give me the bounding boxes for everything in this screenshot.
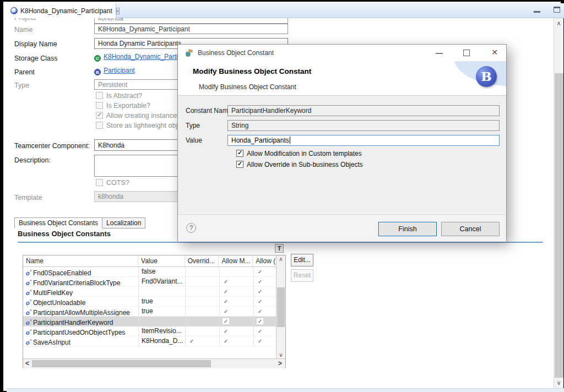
- table-row[interactable]: ObjectUnloadable true ✓ ✓: [23, 297, 285, 307]
- constants-table-body: Fnd0SpaceEnabled false ✓ Fnd0VariantCrit…: [23, 267, 285, 346]
- dialog-header: B Modify Business Object Constant Modify…: [178, 61, 506, 96]
- constant-name: ParticipantAllowMultipleAssignee: [33, 309, 130, 316]
- dialog-minimize-icon[interactable]: [436, 53, 443, 54]
- col-override[interactable]: Overrid...: [185, 255, 219, 266]
- text-caret: [290, 137, 290, 144]
- allow-modification-cell: ✓: [220, 326, 254, 336]
- table-row[interactable]: Fnd0VariantCriteriaBlockType Fnd0Variant…: [23, 277, 285, 287]
- allow-modification-cell: ✓: [220, 336, 254, 346]
- constant-name: SaveAsInput: [33, 339, 70, 346]
- help-icon[interactable]: ?: [186, 223, 196, 233]
- table-vertical-scrollbar[interactable]: [276, 255, 285, 358]
- finish-button[interactable]: Finish: [378, 222, 437, 236]
- minimize-view-icon[interactable]: [534, 9, 540, 13]
- allow-override-cell: ✓: [254, 326, 277, 336]
- allow-override-cell: ✓: [254, 277, 277, 286]
- editor-vertical-scrollbar[interactable]: [554, 18, 563, 388]
- constant-icon: [26, 319, 31, 326]
- allow-modification-cell: ✓: [220, 307, 254, 316]
- scroll-up-icon[interactable]: [554, 20, 563, 27]
- table-row[interactable]: Fnd0SpaceEnabled false ✓: [23, 267, 285, 277]
- constant-name-label: Constant Name: [186, 107, 231, 115]
- section-rule: [18, 242, 543, 243]
- storage-class-value: CK8Honda_Dynamic_Particip: [94, 53, 186, 62]
- parent-value: BParticipant: [94, 67, 135, 75]
- scroll-down-icon[interactable]: [554, 379, 563, 386]
- is-abstract-checkbox[interactable]: [96, 92, 103, 99]
- constant-name: Fnd0SpaceEnabled: [33, 269, 91, 276]
- section-title: Business Object Constants: [18, 230, 111, 238]
- dialog-title-bar[interactable]: Business Object Constant: [178, 45, 506, 61]
- table-row[interactable]: ParticipantUsedOnObjectTypes ItemRevisio…: [23, 326, 285, 336]
- scrollbar-thumb[interactable]: [277, 287, 285, 327]
- constant-icon: [26, 300, 31, 306]
- override-cell: [186, 287, 220, 296]
- allow-override-cell: ✓: [254, 267, 277, 276]
- tab-localization[interactable]: Localization: [102, 217, 145, 228]
- status-strip: [7, 388, 564, 392]
- type-label: Type: [186, 122, 200, 129]
- constant-value: Fnd0Variant...: [139, 277, 186, 286]
- constant-icon: [26, 290, 31, 296]
- allow-instances-checkbox: [96, 112, 103, 119]
- table-row[interactable]: ParticipantAllowMultipleAssignee true ✓ …: [23, 307, 285, 317]
- table-horizontal-scrollbar[interactable]: [23, 358, 285, 368]
- col-allow-modification[interactable]: Allow M...: [219, 255, 253, 266]
- dialog-subheading: Modify Business Object Constant: [199, 83, 296, 91]
- cots-checkbox[interactable]: [96, 179, 103, 186]
- scrollbar-thumb[interactable]: [32, 360, 211, 367]
- allow-modification-checkbox[interactable]: [236, 150, 243, 157]
- allow-override-cell: ✓: [254, 287, 277, 296]
- col-allow-override[interactable]: Allow (: [253, 255, 276, 266]
- dialog-brush-icon: [185, 49, 193, 57]
- editor-tab[interactable]: K8Honda_Dynamic_Participant x: [7, 3, 116, 18]
- override-cell: [186, 297, 220, 306]
- scrollbar-thumb[interactable]: [555, 73, 563, 378]
- tab-close-icon[interactable]: x: [116, 8, 120, 14]
- allow-modification-cell: [220, 267, 254, 276]
- constant-icon: [26, 280, 31, 286]
- project-value: k8honda: [94, 18, 288, 24]
- constant-value: true: [139, 297, 186, 306]
- is-exportable-checkbox[interactable]: [96, 102, 103, 109]
- col-value[interactable]: Value: [138, 255, 185, 266]
- tab-business-object-constants[interactable]: Business Object Constants: [14, 217, 102, 228]
- dialog-content: Constant Name ParticipantHandlerKeyword …: [178, 96, 506, 214]
- lightweight-checkbox[interactable]: [96, 122, 103, 129]
- storage-class-link[interactable]: K8Honda_Dynamic_Particip: [104, 53, 186, 61]
- constant-name: Fnd0VariantCriteriaBlockType: [33, 279, 121, 286]
- cots-row: COTS?: [96, 179, 129, 187]
- override-cell: [186, 317, 220, 326]
- override-cell: [186, 267, 220, 276]
- table-row[interactable]: ParticipantHandlerKeyword ✓ ✓: [23, 317, 285, 326]
- constant-value: true: [139, 307, 186, 316]
- allow-override-checkbox[interactable]: [236, 161, 243, 168]
- scroll-down-icon[interactable]: [276, 352, 285, 358]
- allow-modification-row: Allow Modification in Custom templates: [236, 150, 362, 157]
- scroll-up-icon[interactable]: [276, 256, 285, 262]
- dialog-footer: ? Finish Cancel: [178, 214, 506, 242]
- scroll-right-icon[interactable]: [278, 360, 282, 367]
- reset-button: Reset: [291, 269, 313, 282]
- filter-button[interactable]: T: [275, 244, 284, 253]
- maximize-view-icon[interactable]: [554, 7, 560, 13]
- parent-link[interactable]: Participant: [104, 67, 135, 74]
- name-field: K8Honda_Dynamic_Participant: [94, 24, 288, 34]
- type-label: Type: [14, 81, 29, 89]
- override-cell: [186, 277, 220, 286]
- dialog-maximize-icon[interactable]: [463, 50, 470, 56]
- value-label: Value: [186, 137, 202, 144]
- dialog-close-icon[interactable]: [490, 47, 500, 57]
- value-field[interactable]: Honda_Participants: [227, 135, 500, 146]
- table-row[interactable]: MultiFieldKey ✓ ✓: [23, 287, 285, 297]
- edit-button[interactable]: Edit...: [291, 254, 313, 266]
- allow-override-cell: ✓: [254, 297, 277, 306]
- editor-tab-label: K8Honda_Dynamic_Participant: [20, 7, 112, 15]
- scroll-left-icon[interactable]: [25, 360, 29, 367]
- screenshot-root: K8Honda_Dynamic_Participant x Project k8…: [0, 0, 564, 392]
- constant-value: false: [139, 267, 186, 276]
- cancel-button[interactable]: Cancel: [441, 222, 500, 236]
- col-name[interactable]: Name: [23, 255, 138, 266]
- table-row[interactable]: SaveAsInput K8Honda_D... ✓ ✓ ✓: [23, 336, 285, 346]
- dialog-title: Business Object Constant: [198, 49, 274, 57]
